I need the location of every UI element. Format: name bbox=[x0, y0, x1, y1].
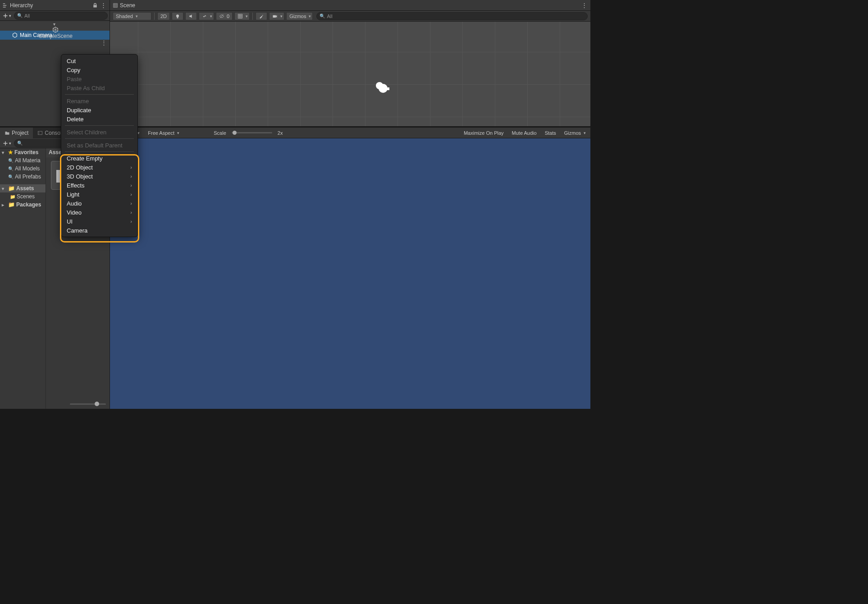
context-menu-label: Paste bbox=[67, 76, 82, 82]
assets-folder[interactable]: ▾📁Assets bbox=[0, 184, 46, 192]
chevron-down-icon: ▾ bbox=[53, 22, 59, 27]
add-button[interactable]: ▾ bbox=[2, 13, 12, 18]
chevron-right-icon: › bbox=[130, 165, 132, 170]
stats-button[interactable]: Stats bbox=[542, 130, 559, 136]
favorite-item[interactable]: 🔍All Materia bbox=[0, 156, 46, 165]
tools-icon bbox=[259, 14, 264, 19]
grid-icon bbox=[113, 3, 118, 8]
scene-toolbar: Shaded 2D 0 Gizmos 🔍 All bbox=[110, 11, 590, 22]
folder-icon: 📁 bbox=[10, 194, 15, 199]
effects-dropdown[interactable] bbox=[199, 12, 214, 20]
favorite-item[interactable]: 🔍All Prefabs bbox=[0, 173, 46, 181]
grid-dropdown[interactable] bbox=[234, 12, 250, 20]
plus-icon bbox=[3, 141, 8, 146]
context-menu-item-video[interactable]: Video› bbox=[61, 208, 137, 217]
scene-menu-icon[interactable]: ⋮ bbox=[101, 39, 107, 46]
context-menu-item-cut[interactable]: Cut bbox=[61, 56, 137, 65]
chevron-right-icon: › bbox=[130, 210, 132, 215]
scene-search[interactable]: 🔍 All bbox=[316, 12, 588, 20]
light-bulb-icon bbox=[175, 14, 180, 19]
mute-audio-button[interactable]: Mute Audio bbox=[509, 130, 539, 136]
search-icon: 🔍 bbox=[17, 13, 23, 18]
folder-item[interactable]: 📁Scenes bbox=[0, 192, 46, 201]
context-menu-label: 3D Object bbox=[67, 173, 93, 180]
scene-title: Scene bbox=[113, 2, 580, 9]
thumbnail-size-slider[interactable] bbox=[70, 403, 106, 405]
camera-icon bbox=[272, 14, 278, 19]
context-menu-label: Effects bbox=[67, 182, 85, 189]
svg-rect-11 bbox=[38, 131, 42, 135]
context-menu-item-duplicate[interactable]: Duplicate bbox=[61, 105, 137, 114]
scene-row[interactable]: ▾ SampleScene ⋮ bbox=[0, 22, 110, 31]
hierarchy-toolbar: ▾ 🔍 All bbox=[0, 11, 110, 21]
scale-value: 2x bbox=[275, 130, 286, 136]
camera-gizmo-icon[interactable] bbox=[373, 81, 391, 95]
svg-rect-4 bbox=[177, 17, 178, 18]
hierarchy-search[interactable]: 🔍 All bbox=[14, 12, 108, 20]
shading-mode-dropdown[interactable]: Shaded bbox=[113, 12, 151, 20]
context-menu-separator bbox=[65, 94, 134, 95]
chevron-right-icon: › bbox=[130, 201, 132, 206]
context-menu-label: UI bbox=[67, 218, 73, 225]
context-menu-item-paste-as-child: Paste As Child bbox=[61, 83, 137, 92]
game-toolbar: Display 1 Free Aspect Scale 2x Maximize … bbox=[110, 128, 590, 138]
context-menu-item-audio[interactable]: Audio› bbox=[61, 199, 137, 208]
favorite-item[interactable]: 🔍All Models bbox=[0, 165, 46, 173]
gizmos-dropdown[interactable]: Gizmos bbox=[286, 12, 313, 20]
maximize-on-play-button[interactable]: Maximize On Play bbox=[461, 130, 507, 136]
search-icon: 🔍 bbox=[8, 174, 14, 179]
context-menu-item-create-empty[interactable]: Create Empty bbox=[61, 154, 137, 163]
eye-slash-icon bbox=[219, 14, 224, 19]
context-menu-separator bbox=[65, 138, 134, 139]
camera-dropdown[interactable] bbox=[269, 12, 284, 20]
context-menu-label: Set as Default Parent bbox=[67, 142, 123, 149]
context-menu-item-camera[interactable]: Camera bbox=[61, 226, 137, 235]
context-menu-item-light[interactable]: Light› bbox=[61, 190, 137, 199]
folder-icon: 📁 bbox=[8, 185, 15, 192]
lock-icon[interactable] bbox=[91, 2, 99, 9]
svg-rect-10 bbox=[387, 87, 389, 90]
scene-header: Scene ⋮ bbox=[110, 0, 590, 11]
star-icon: ★ bbox=[8, 149, 13, 156]
game-viewport[interactable] bbox=[110, 138, 590, 409]
hidden-objects-toggle[interactable]: 0 bbox=[216, 12, 233, 20]
project-tab[interactable]: Project bbox=[0, 128, 33, 138]
assets-footer bbox=[46, 399, 110, 409]
mode-2d-toggle[interactable]: 2D bbox=[157, 12, 170, 20]
game-gizmos-dropdown[interactable]: Gizmos bbox=[562, 130, 589, 136]
context-menu-item-copy[interactable]: Copy bbox=[61, 65, 137, 74]
aspect-dropdown[interactable]: Free Aspect bbox=[145, 130, 208, 136]
context-menu-item-delete[interactable]: Delete bbox=[61, 114, 137, 124]
context-menu-label: Camera bbox=[67, 227, 87, 234]
context-menu-item-effects[interactable]: Effects› bbox=[61, 181, 137, 190]
menu-dots-icon[interactable]: ⋮ bbox=[100, 2, 107, 9]
context-menu-item-3d-object[interactable]: 3D Object› bbox=[61, 172, 137, 181]
context-menu-label: Paste As Child bbox=[67, 85, 105, 92]
audio-toggle[interactable] bbox=[185, 12, 197, 20]
tools-button[interactable] bbox=[256, 12, 267, 20]
search-icon: 🔍 bbox=[17, 141, 23, 146]
plus-icon bbox=[3, 13, 8, 18]
scene-viewport[interactable] bbox=[110, 22, 590, 126]
grid-snap-icon bbox=[238, 14, 243, 19]
context-menu-label: Cut bbox=[67, 58, 76, 64]
favorites-header[interactable]: ▾★Favorites bbox=[0, 148, 46, 156]
add-button[interactable]: ▾ bbox=[2, 141, 12, 146]
context-menu-item-paste: Paste bbox=[61, 74, 137, 83]
context-menu-item-ui[interactable]: UI› bbox=[61, 217, 137, 226]
svg-point-3 bbox=[176, 14, 179, 17]
folder-icon: 📁 bbox=[8, 201, 15, 208]
context-menu-item-2d-object[interactable]: 2D Object› bbox=[61, 163, 137, 172]
lighting-toggle[interactable] bbox=[172, 12, 183, 20]
packages-folder[interactable]: ▸📁Packages bbox=[0, 201, 46, 209]
svg-rect-2 bbox=[3, 7, 6, 8]
menu-dots-icon[interactable]: ⋮ bbox=[580, 2, 588, 9]
context-menu-item-rename: Rename bbox=[61, 96, 137, 105]
context-menu-item-set-as-default-parent: Set as Default Parent bbox=[61, 141, 137, 150]
scale-slider[interactable] bbox=[232, 132, 272, 133]
gameobject-icon bbox=[12, 32, 19, 38]
context-menu-label: Copy bbox=[67, 67, 80, 73]
search-icon: 🔍 bbox=[8, 158, 14, 163]
search-icon: 🔍 bbox=[320, 14, 325, 18]
folder-icon bbox=[5, 130, 10, 136]
